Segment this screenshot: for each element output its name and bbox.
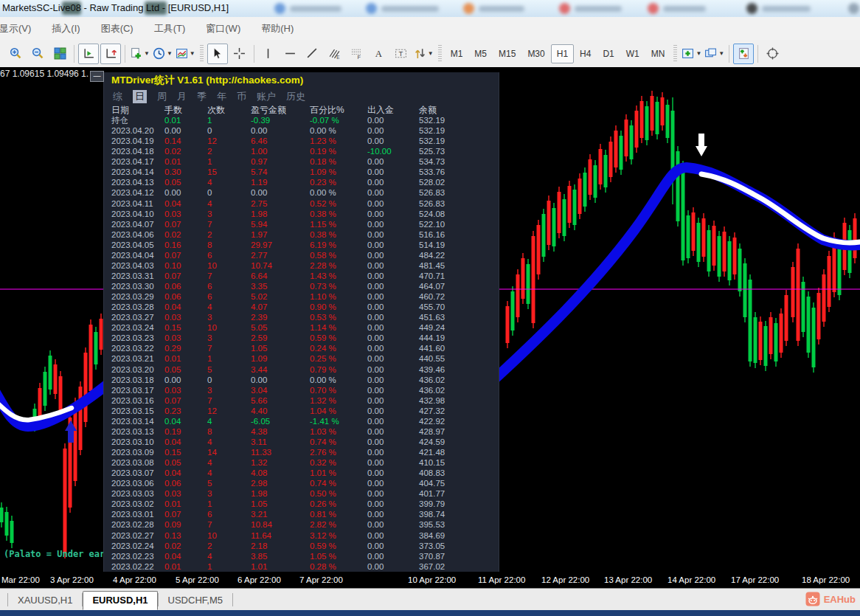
crosshair-tool-button[interactable] xyxy=(229,44,250,64)
timeframe-m15-button[interactable]: M15 xyxy=(493,44,521,63)
chart-shift-button[interactable] xyxy=(100,44,121,64)
cell-profit: 5.94 xyxy=(251,219,310,229)
toolbar-drag-handle[interactable] xyxy=(200,45,204,63)
cell-lots: 0.00 xyxy=(164,125,207,136)
panel-tab[interactable]: 周 xyxy=(157,90,167,103)
dropdown-caret-icon[interactable]: ▼ xyxy=(428,50,434,57)
chart-tab-xauusd[interactable]: XAUUSD,H1 xyxy=(8,591,82,610)
cell-balance: 404.75 xyxy=(419,478,499,488)
cursor-tool-button[interactable] xyxy=(207,44,228,64)
cell-percent: 0.73 % xyxy=(310,281,367,291)
chart-area[interactable]: 67 1.09615 1.09496 1. (Palato = Under ea… xyxy=(0,67,860,588)
taskbar-item-blurred[interactable] xyxy=(648,1,706,15)
fibonacci-tool-button[interactable]: E xyxy=(325,44,345,64)
dropdown-caret-icon[interactable]: ▼ xyxy=(144,50,150,57)
auto-scroll-button[interactable] xyxy=(78,44,99,64)
channel-tool-button[interactable]: F xyxy=(347,44,367,64)
panel-tab[interactable]: 账户 xyxy=(257,90,276,103)
cell-count: 7 xyxy=(207,219,251,229)
tile-windows-button[interactable] xyxy=(49,44,70,64)
new-order-button[interactable] xyxy=(733,44,754,64)
timeframe-h1-button[interactable]: H1 xyxy=(551,44,574,63)
cell-inout: 0.00 xyxy=(367,519,419,530)
taskbar-icon xyxy=(463,3,474,14)
cell-balance: 484.22 xyxy=(419,250,499,260)
cell-lots: 0.02 xyxy=(164,229,207,240)
chart-layouts-button[interactable]: ▼ xyxy=(704,44,725,64)
cell-count: 8 xyxy=(207,426,251,437)
dropdown-caret-icon[interactable]: ▼ xyxy=(696,50,701,57)
taskbar-item-blurred[interactable] xyxy=(848,1,860,15)
timeframe-w1-button[interactable]: W1 xyxy=(620,44,645,63)
cell-profit: 1.05 xyxy=(251,499,310,509)
menu-item-1[interactable]: 显示(V) xyxy=(0,22,41,35)
stats-row: 2023.02.240.0222.180.59 %0.00373.05 xyxy=(104,541,499,551)
cell-profit: 0.97 xyxy=(251,156,310,167)
cell-lots: 0.16 xyxy=(164,240,207,250)
menu-item-5[interactable]: 窗口(W) xyxy=(195,22,251,35)
panel-tab[interactable]: 币 xyxy=(237,90,246,103)
cell-count: 4 xyxy=(207,437,251,447)
time-axis-label: 10 Apr 22:00 xyxy=(408,575,456,584)
cell-profit: 10.84 xyxy=(251,519,310,530)
cell-count: 1 xyxy=(207,156,251,167)
add-indicator-button[interactable]: ▼ xyxy=(681,44,702,64)
timeframe-m30-button[interactable]: M30 xyxy=(521,44,550,63)
panel-tab[interactable]: 日 xyxy=(133,90,147,103)
menu-bar: 显示(V)插入(I)图表(C)工具(T)窗口(W)帮助(H) xyxy=(0,17,860,41)
horizontal-line-tool-button[interactable] xyxy=(280,44,301,64)
cell-lots: 0.07 xyxy=(164,250,207,260)
taskbar-item-blurred[interactable] xyxy=(366,1,439,15)
toolbar-drag-handle[interactable] xyxy=(438,45,442,63)
period-selector-button[interactable]: ▼ xyxy=(152,44,173,64)
stats-row: 2023.03.010.0763.210.81 %0.00398.74 xyxy=(104,509,499,519)
cell-date: 2023.04.17 xyxy=(111,156,164,167)
taskbar-item-blurred[interactable] xyxy=(463,1,524,15)
crosshair-target-button[interactable] xyxy=(762,44,783,64)
cell-percent: 0.19 % xyxy=(310,146,367,156)
cell-date: 2023.04.03 xyxy=(111,260,164,271)
stats-row: 2023.04.200.0000.000.00 %0.00532.19 xyxy=(104,125,499,136)
panel-tab[interactable]: 历史 xyxy=(286,90,305,103)
panel-tab[interactable]: 季 xyxy=(197,90,207,103)
chart-tab-usdchf[interactable]: USDCHF,M5 xyxy=(159,591,232,610)
new-chart-button[interactable]: ▼ xyxy=(129,44,150,64)
zoom-out-button[interactable] xyxy=(27,44,48,64)
dropdown-caret-icon[interactable]: ▼ xyxy=(167,50,173,57)
panel-tab[interactable]: 综 xyxy=(113,90,122,103)
taskbar-item-blurred[interactable] xyxy=(746,1,811,15)
cell-inout: -10.00 xyxy=(367,146,419,156)
dropdown-caret-icon[interactable]: ▼ xyxy=(190,50,195,57)
panel-tab[interactable]: 月 xyxy=(177,90,187,103)
vertical-line-tool-button[interactable] xyxy=(258,44,279,64)
menu-item-2[interactable]: 插入(I) xyxy=(41,22,90,35)
time-axis-label: 4 Apr 22:00 xyxy=(113,575,156,584)
taskbar-label-blurred xyxy=(290,6,341,12)
stats-table-body: 持仓0.011-0.39-0.07 %0.00532.192023.04.200… xyxy=(104,115,499,572)
menu-item-6[interactable]: 帮助(H) xyxy=(251,22,304,35)
timeframe-m5-button[interactable]: M5 xyxy=(468,44,493,63)
panel-tab[interactable]: 年 xyxy=(217,90,226,103)
zoom-in-button[interactable] xyxy=(5,44,26,64)
timeframe-m1-button[interactable]: M1 xyxy=(445,44,469,63)
timeframe-h4-button[interactable]: H4 xyxy=(574,44,597,63)
cell-lots: 0.15 xyxy=(164,447,207,457)
cell-lots: 0.01 xyxy=(164,115,207,125)
time-axis-label: 12 Apr 22:00 xyxy=(541,575,589,584)
chart-tab-eurusd[interactable]: EURUSD,H1 xyxy=(83,591,157,610)
toolbar-drag-handle[interactable] xyxy=(673,45,677,63)
panel-minimize-button[interactable]: — xyxy=(90,71,104,82)
text-tool-button[interactable]: A xyxy=(369,44,389,64)
cell-profit: 3.35 xyxy=(251,281,310,291)
arrows-tool-button[interactable]: ▼ xyxy=(413,44,434,64)
text-label-tool-button[interactable]: T xyxy=(391,44,412,64)
menu-item-3[interactable]: 图表(C) xyxy=(91,22,144,35)
menu-item-4[interactable]: 工具(T) xyxy=(144,22,196,35)
taskbar-item-blurred[interactable] xyxy=(274,1,341,15)
timeframe-d1-button[interactable]: D1 xyxy=(597,44,620,63)
taskbar-item-blurred[interactable] xyxy=(559,1,622,15)
dropdown-caret-icon[interactable]: ▼ xyxy=(718,50,724,57)
trendline-tool-button[interactable] xyxy=(302,44,323,64)
templates-button[interactable]: ▼ xyxy=(175,44,196,64)
timeframe-mn-button[interactable]: MN xyxy=(645,44,671,63)
